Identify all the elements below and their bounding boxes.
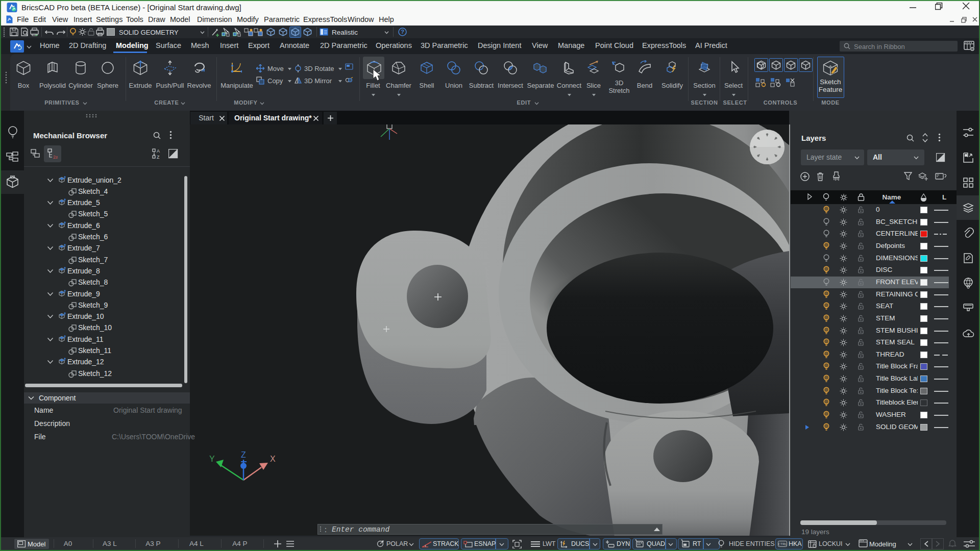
- svg-text:2a: 2a: [53, 155, 58, 159]
- svg-text:?: ?: [401, 29, 404, 35]
- svg-text:A: A: [157, 148, 160, 154]
- svg-text:X: X: [270, 455, 276, 463]
- svg-text:Z: Z: [241, 450, 246, 459]
- svg-text:Y: Y: [209, 455, 215, 463]
- svg-text:Z: Z: [157, 155, 160, 159]
- svg-text:CTRL: CTRL: [778, 542, 787, 546]
